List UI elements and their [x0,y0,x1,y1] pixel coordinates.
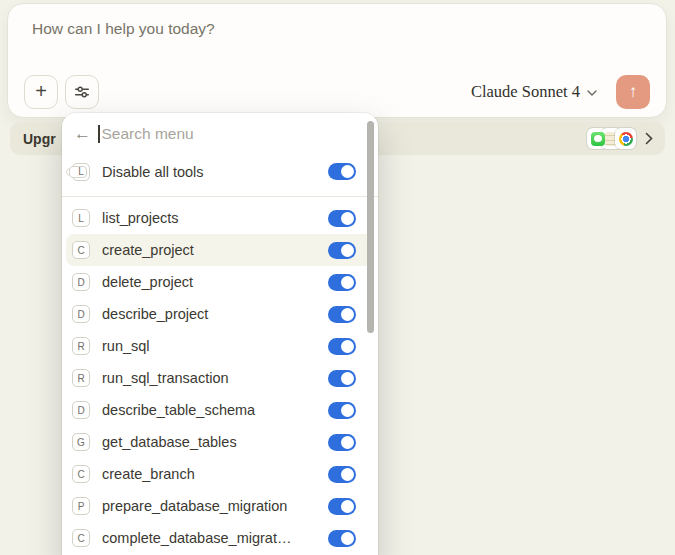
chrome-icon [615,128,636,149]
message-composer: How can I help you today? + Claude Sonne… [7,3,667,118]
tool-name-label: run_sql_transaction [102,370,328,386]
tool-toggle[interactable] [328,338,356,355]
tool-name-label: describe_project [102,306,328,322]
sliders-icon [73,83,91,101]
tool-row[interactable]: G get_database_tables [62,426,378,458]
letter-badge: C [72,241,90,259]
tool-row[interactable]: D describe_table_schema [62,394,378,426]
letter-badge: D [72,401,90,419]
letter-badge: C [72,465,90,483]
menu-search-row: ← Search menu [62,113,378,154]
disable-all-tools-row[interactable]: L Disable all tools [62,154,378,189]
stacked-letter-badge: L [72,163,90,181]
disable-all-toggle[interactable] [328,163,356,180]
menu-divider [62,196,378,197]
letter-badge: L [72,209,90,227]
letter-badge: P [72,497,90,515]
model-name: Claude Sonnet 4 [471,82,580,102]
tool-toggle[interactable] [328,434,356,451]
tool-name-label: run_sql [102,338,328,354]
model-selector[interactable]: Claude Sonnet 4 [471,82,597,102]
tool-row[interactable]: C create_project [66,234,374,266]
menu-scrollbar[interactable] [367,121,374,333]
connector-app-icons [587,128,636,149]
tool-toggle[interactable] [328,370,356,387]
letter-badge: R [72,337,90,355]
tool-toggle[interactable] [328,306,356,323]
tool-name-label: create_project [102,242,328,258]
back-arrow-icon[interactable]: ← [74,124,98,144]
tool-name-label: get_database_tables [102,434,328,450]
tool-name-label: prepare_database_migration [102,498,328,514]
tool-row[interactable]: D describe_project [62,298,378,330]
attach-button[interactable]: + [24,75,58,109]
send-button[interactable]: ↑ [616,75,650,109]
letter-badge: D [72,273,90,291]
tool-row[interactable]: C complete_database_migrat… [62,522,378,554]
tool-row[interactable]: R run_sql_transaction [62,362,378,394]
arrow-up-icon: ↑ [629,82,638,102]
banner-text: Upgr [23,131,56,147]
tool-name-label: complete_database_migrat… [102,530,328,546]
tools-menu: ← Search menu L Disable all tools L list… [62,113,378,555]
chevron-down-icon [587,90,597,96]
tool-list: L list_projects C create_project D delet… [62,202,378,554]
tool-toggle[interactable] [328,466,356,483]
tools-menu-button[interactable] [65,75,99,109]
tool-toggle[interactable] [328,530,356,547]
tool-toggle[interactable] [328,274,356,291]
letter-badge: R [72,369,90,387]
message-input[interactable]: How can I help you today? [32,20,215,38]
disable-all-tools-label: Disable all tools [102,164,328,180]
letter-badge: G [72,433,90,451]
tool-name-label: create_branch [102,466,328,482]
text-cursor [98,125,100,143]
tool-name-label: delete_project [102,274,328,290]
letter-badge: D [72,305,90,323]
tool-row[interactable]: L list_projects [62,202,378,234]
menu-search-input[interactable]: Search menu [102,125,194,143]
tool-row[interactable]: P prepare_database_migration [62,490,378,522]
tool-name-label: list_projects [102,210,328,226]
composer-toolbar: + Claude Sonnet 4 ↑ [24,75,650,109]
letter-badge: C [72,529,90,547]
plus-icon: + [35,81,47,101]
tool-toggle[interactable] [328,210,356,227]
tool-row[interactable]: D delete_project [62,266,378,298]
tool-row[interactable]: R run_sql [62,330,378,362]
tool-toggle[interactable] [328,498,356,515]
banner-right [587,128,653,149]
tool-toggle[interactable] [328,242,356,259]
claude-chat-page: How can I help you today? + Claude Sonne… [0,0,675,555]
tool-name-label: describe_table_schema [102,402,328,418]
chevron-right-icon[interactable] [645,132,653,145]
tool-toggle[interactable] [328,402,356,419]
tool-row[interactable]: C create_branch [62,458,378,490]
